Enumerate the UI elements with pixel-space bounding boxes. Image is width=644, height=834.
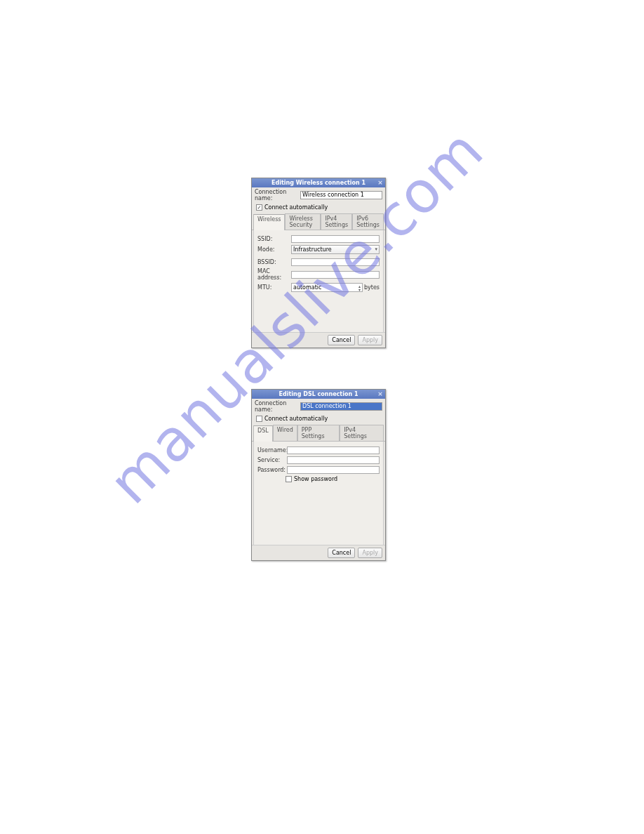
mtu-spinner[interactable]: automatic ▴▾ — [291, 283, 363, 292]
connection-name-label: Connection name: — [255, 400, 300, 413]
titlebar-dsl[interactable]: Editing DSL connection 1 × — [252, 390, 385, 399]
apply-button[interactable]: Apply — [358, 335, 382, 345]
password-input[interactable] — [287, 466, 380, 474]
connect-auto-checkbox[interactable]: ✓ — [256, 204, 262, 211]
tabbody-dsl: Username: Service: Password: Show passwo… — [253, 442, 384, 558]
connect-auto-label: Connect automatically — [264, 416, 328, 422]
mac-input[interactable] — [291, 271, 380, 279]
bssid-label: BSSID: — [257, 259, 291, 265]
title-text: Editing DSL connection 1 — [279, 391, 358, 397]
chevron-down-icon: ▾ — [375, 246, 377, 253]
mtu-value: automatic — [293, 284, 321, 291]
mtu-label: MTU: — [257, 284, 291, 291]
button-bar: Cancel Apply — [252, 545, 385, 560]
username-label: Username: — [257, 447, 287, 454]
close-icon[interactable]: × — [377, 390, 384, 397]
bssid-input[interactable] — [291, 258, 380, 266]
button-bar: Cancel Apply — [252, 332, 385, 348]
mode-label: Mode: — [257, 246, 291, 253]
dialog-dsl: Editing DSL connection 1 × Connection na… — [251, 389, 386, 561]
connection-name-input[interactable]: DSL connection 1 — [300, 402, 382, 411]
tab-wired[interactable]: Wired — [273, 425, 297, 441]
connect-auto-checkbox[interactable] — [256, 416, 262, 422]
tabstrip-wireless: Wireless Wireless Security IPv4 Settings… — [252, 212, 385, 230]
ssid-input[interactable] — [291, 235, 380, 243]
password-label: Password: — [257, 467, 287, 473]
dialog-wireless: Editing Wireless connection 1 × Connecti… — [251, 178, 386, 348]
tab-wireless-security[interactable]: Wireless Security — [285, 213, 321, 230]
close-icon[interactable]: × — [377, 179, 384, 186]
connect-auto-label: Connect automatically — [264, 204, 328, 211]
show-password-label: Show password — [294, 476, 337, 482]
mac-label: MAC address: — [257, 268, 291, 281]
apply-button[interactable]: Apply — [358, 548, 382, 558]
connection-name-input[interactable]: Wireless connection 1 — [300, 191, 382, 199]
mode-select[interactable]: Infrastructure ▾ — [291, 245, 380, 254]
username-input[interactable] — [287, 446, 380, 454]
titlebar-wireless[interactable]: Editing Wireless connection 1 × — [252, 178, 385, 187]
mode-value: Infrastructure — [293, 246, 332, 253]
tab-ppp[interactable]: PPP Settings — [297, 425, 340, 441]
tab-dsl[interactable]: DSL — [253, 425, 273, 442]
cancel-button[interactable]: Cancel — [328, 335, 355, 345]
tabbody-wireless: SSID: Mode: Infrastructure ▾ BSSID: MAC … — [253, 230, 384, 343]
mtu-unit: bytes — [364, 284, 380, 291]
tab-wireless[interactable]: Wireless — [253, 214, 285, 230]
service-input[interactable] — [287, 456, 380, 464]
tab-ipv4[interactable]: IPv4 Settings — [321, 213, 352, 230]
ssid-label: SSID: — [257, 236, 291, 242]
tab-ipv6[interactable]: IPv6 Settings — [352, 213, 384, 230]
tab-ipv4[interactable]: IPv4 Settings — [340, 425, 384, 441]
cancel-button[interactable]: Cancel — [328, 548, 355, 558]
connection-name-label: Connection name: — [255, 189, 300, 201]
tabstrip-dsl: DSL Wired PPP Settings IPv4 Settings — [252, 423, 385, 442]
title-text: Editing Wireless connection 1 — [271, 180, 365, 186]
spinner-arrows-icon: ▴▾ — [358, 284, 361, 291]
service-label: Service: — [257, 457, 287, 463]
show-password-checkbox[interactable] — [286, 476, 292, 482]
